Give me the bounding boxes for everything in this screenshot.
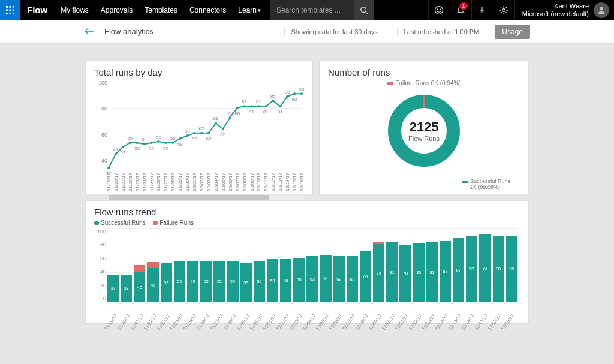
card-title: Number of runs	[328, 67, 520, 77]
search-button[interactable]	[354, 0, 374, 20]
svg-point-71	[272, 100, 274, 102]
back-button[interactable]	[84, 26, 95, 37]
bar[interactable]: 37	[121, 228, 132, 302]
bar[interactable]: 62	[333, 228, 345, 302]
bar[interactable]: 80	[413, 228, 425, 302]
card-total-runs: Total runs by day 100806040 374752555554…	[85, 61, 313, 194]
svg-point-53	[207, 132, 210, 134]
svg-text:73: 73	[227, 110, 233, 116]
svg-text:85: 85	[270, 94, 276, 99]
svg-point-13	[440, 8, 441, 10]
svg-text:62: 62	[192, 136, 197, 142]
svg-point-41	[164, 142, 167, 144]
download-button[interactable]	[471, 0, 493, 20]
app-launcher-button[interactable]	[0, 0, 20, 20]
bar[interactable]: 78	[399, 228, 411, 302]
bar[interactable]: 58	[280, 228, 291, 302]
bar[interactable]: 53	[240, 228, 252, 302]
bar[interactable]: 69	[360, 228, 371, 302]
bar[interactable]: 83	[440, 228, 451, 302]
bar[interactable]: 55	[213, 228, 225, 302]
svg-point-61	[236, 107, 239, 109]
download-icon	[478, 6, 486, 14]
svg-point-29	[122, 146, 124, 148]
svg-point-24	[600, 7, 603, 10]
bar[interactable]: 56	[254, 228, 265, 302]
notifications-badge: 1	[460, 2, 468, 10]
account-menu[interactable]: Kent Weare Microsoft (new default)	[514, 0, 614, 20]
svg-text:69: 69	[213, 116, 218, 121]
svg-line-10	[366, 11, 368, 14]
nav-connectors[interactable]: Connectors	[183, 0, 232, 20]
last-refresh-text: Last refreshed at 1:00 PM	[397, 28, 486, 35]
bar[interactable]: 58	[267, 228, 278, 302]
settings-button[interactable]	[493, 0, 514, 20]
svg-text:62: 62	[199, 126, 204, 131]
donut-legend-failure: Failure Runs 0K (0.94%)	[328, 80, 520, 86]
bar[interactable]: 90	[466, 228, 477, 302]
bar[interactable]: 81	[386, 228, 398, 302]
page-header: Flow analytics Showing data for last 30 …	[0, 20, 614, 44]
date-range-text: Showing data for last 30 days	[284, 28, 383, 35]
bar[interactable]: 46	[147, 228, 158, 302]
product-brand[interactable]: Flow	[20, 0, 55, 20]
notifications-button[interactable]: 1	[450, 0, 471, 20]
svg-text:60: 60	[185, 128, 190, 134]
svg-point-35	[143, 143, 146, 145]
feedback-button[interactable]	[428, 0, 450, 20]
svg-text:81: 81	[278, 109, 283, 115]
card-number-of-runs: Number of runs Failure Runs 0K (0.94%) 2…	[319, 61, 529, 194]
dashboard: Total runs by day 100806040 374752555554…	[85, 61, 529, 324]
smile-icon	[434, 5, 444, 15]
svg-line-21	[505, 12, 507, 13]
donut-center-value: 2125	[410, 119, 439, 135]
bar[interactable]: 55	[187, 228, 198, 302]
bar[interactable]: 40	[134, 228, 145, 302]
bar[interactable]: 87	[453, 228, 464, 302]
usage-button[interactable]: Usage	[495, 25, 530, 39]
svg-point-73	[279, 105, 281, 107]
bar[interactable]: 37	[107, 228, 119, 302]
bar[interactable]: 64	[320, 228, 332, 302]
svg-text:81: 81	[249, 109, 254, 115]
bar[interactable]: 81	[426, 228, 438, 302]
bar[interactable]: 55	[174, 228, 185, 302]
bar[interactable]: 55	[200, 228, 212, 302]
avatar	[594, 2, 609, 18]
nav-my-flows[interactable]: My flows	[55, 0, 95, 20]
svg-point-63	[243, 105, 246, 107]
account-user: Kent Weare	[522, 2, 589, 10]
svg-text:58: 58	[177, 142, 183, 147]
bar[interactable]: 62	[306, 228, 318, 302]
bar-chart[interactable]: 100806040200 373740465355555555555356585…	[94, 228, 520, 318]
search-input[interactable]	[270, 0, 354, 20]
svg-rect-8	[13, 13, 14, 14]
svg-point-43	[171, 142, 174, 144]
trend-yaxis: 100806040200	[94, 228, 106, 302]
bar[interactable]: 53	[161, 228, 172, 302]
donut-center-label: Flow Runs	[408, 135, 440, 142]
svg-text:55: 55	[149, 146, 154, 151]
svg-point-67	[257, 105, 260, 107]
card-title: Total runs by day	[94, 67, 304, 77]
nav-approvals[interactable]: Approvals	[95, 0, 139, 20]
waffle-icon	[5, 5, 15, 15]
bar[interactable]: 90	[506, 228, 517, 302]
bar[interactable]: 60	[293, 228, 305, 302]
bar[interactable]: 79	[373, 228, 384, 302]
line-chart[interactable]: 100806040 374752555554555655555860626262…	[94, 80, 304, 176]
bar[interactable]: 55	[227, 228, 238, 302]
nav-learn[interactable]: Learn▾	[232, 0, 267, 20]
svg-text:55: 55	[163, 146, 168, 151]
bar[interactable]: 92	[479, 228, 490, 302]
donut-chart[interactable]: 2125 Flow Runs	[382, 89, 466, 173]
svg-text:52: 52	[120, 150, 125, 155]
svg-text:81: 81	[242, 99, 247, 104]
nav-templates[interactable]: Templates	[139, 0, 183, 20]
svg-rect-4	[9, 9, 11, 11]
svg-text:90: 90	[292, 97, 297, 102]
bar[interactable]: 90	[493, 228, 504, 302]
svg-rect-1	[9, 6, 11, 8]
bar[interactable]: 62	[347, 228, 358, 302]
svg-point-47	[186, 134, 188, 137]
